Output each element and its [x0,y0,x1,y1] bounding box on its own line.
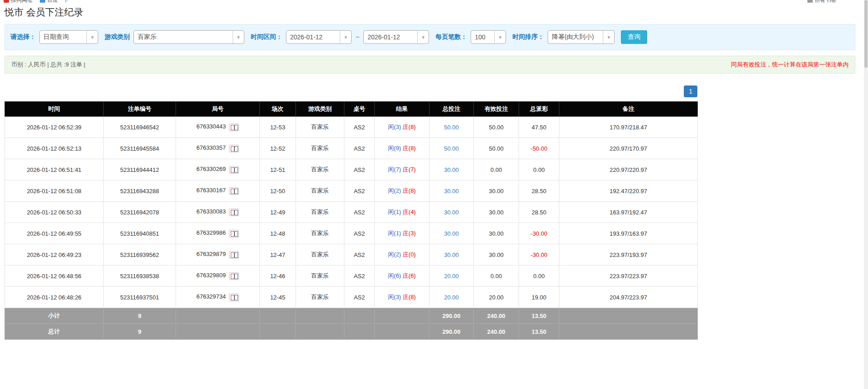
table-number-cell: AS2 [344,180,375,202]
bet-time-cell: 2026-01-12 06:51:08 [5,180,104,202]
session-cell: 12-48 [260,223,296,244]
bookmark-favicon-icon [4,0,9,3]
bet-id-cell: 523116942078 [104,202,176,223]
total-bet-link[interactable]: 30.00 [444,230,459,237]
round-result-image-icon[interactable] [229,187,239,195]
bet-id-cell: 523116943288 [104,180,176,202]
total-bet-cell: 30.00 [429,180,474,202]
records-section: 1 时间注单编号局号场次游戏类别桌号结果总投注有效投注总派彩备注 2026-01… [5,85,697,340]
round-cell: 676329734 [176,287,260,308]
subtotal-row-empty [296,308,344,324]
subtotal-row-empty [559,308,698,324]
total-row-empty [296,324,344,340]
round-result-image-icon[interactable] [229,294,239,301]
session-cell: 12-45 [260,287,296,308]
game-type-value: 百家乐 [134,33,233,41]
total-bet-link[interactable]: 20.00 [444,273,459,280]
date-to-select[interactable]: 2026-01-12 ▾ [363,30,429,44]
result-banker: 庄(7) [403,166,416,173]
session-cell: 12-49 [260,202,296,223]
game-type-cell: 百家乐 [296,223,344,244]
table-body: 2026-01-12 06:52:39523116946542676330443… [5,117,698,308]
valid-bet-cell: 0.00 [474,266,519,287]
result-player: 闲(2) [388,187,401,194]
total-bet-link[interactable]: 50.00 [444,124,459,131]
query-type-select[interactable]: 日期查询 ▾ [39,30,98,44]
all-bookmarks-button[interactable]: 所有书签 [807,0,836,4]
total-bet-link[interactable]: 30.00 [444,166,459,173]
round-result-image-icon[interactable] [229,251,239,259]
round-result-image-icon[interactable] [229,209,239,216]
total-bet-link[interactable]: 20.00 [444,294,459,301]
bet-time-cell: 2026-01-12 06:49:23 [5,244,104,266]
column-header: 总投注 [429,102,474,117]
table-header-row: 时间注单编号局号场次游戏类别桌号结果总投注有效投注总派彩备注 [5,102,698,117]
per-page-select[interactable]: 100 ▾ [471,30,506,44]
table-number-cell: AS2 [344,223,375,244]
total-row-label: 总计 [5,324,104,340]
filter-label-per-page: 每页笔数： [435,33,467,41]
scrollbar-thumb[interactable] [864,0,868,68]
table-number-cell: AS2 [344,287,375,308]
result-player: 闲(2) [388,251,401,258]
total-bet-cell: 30.00 [429,244,474,266]
bet-id-cell: 523116939562 [104,244,176,266]
result-cell: 闲(2) 庄(0) [375,244,429,266]
column-header: 有效投注 [474,102,519,117]
per-page-value: 100 [471,33,494,41]
round-cell: 676330443 [176,117,260,138]
query-button[interactable]: 查询 [621,30,647,44]
currency-total-summary: 币别 : 人民币 | 总共 :9 注单 | [11,61,86,69]
range-tilde: ~ [356,33,359,41]
page-button-1[interactable]: 1 [684,85,697,97]
result-banker: 庄(4) [403,209,416,215]
column-header: 桌号 [344,102,375,117]
total-bet-link[interactable]: 30.00 [444,209,459,216]
total-bet-link[interactable]: 30.00 [444,188,459,194]
payout-cell: 0.00 [519,266,559,287]
subtotal-row-label: 小计 [5,308,104,324]
total-bet-cell: 50.00 [429,138,474,159]
valid-bet-cell: 0.00 [474,159,519,180]
round-result-image-icon[interactable] [229,230,239,237]
result-cell: 闲(7) 庄(7) [375,159,429,180]
note-cell: 223.97/193.97 [559,244,698,266]
total-bet-link[interactable]: 50.00 [444,145,459,152]
table-number-cell: AS2 [344,266,375,287]
total-bet-link[interactable]: 30.00 [444,251,459,258]
total-bet-cell: 50.00 [429,117,474,138]
table-footer: 小计9290.00240.0013.50总计9290.00240.0013.50 [5,308,698,340]
game-type-select[interactable]: 百家乐 ▾ [134,30,244,44]
summary-bar: 币别 : 人民币 | 总共 :9 注单 | 同局有效投注，统一计算在该局第一张注… [5,56,855,74]
bet-records-table: 时间注单编号局号场次游戏类别桌号结果总投注有效投注总派彩备注 2026-01-1… [5,101,698,340]
round-result-image-icon[interactable] [229,145,239,152]
game-type-cell: 百家乐 [296,117,344,138]
valid-bet-cell: 50.00 [474,138,519,159]
table-row: 2026-01-12 06:52:13523116945584676330357… [5,138,698,159]
time-sort-select[interactable]: 降幂(由大到小) ▾ [548,30,615,44]
round-result-image-icon[interactable] [229,166,239,174]
note-cell: 193.97/163.97 [559,223,698,244]
round-result-image-icon[interactable] [229,123,239,131]
filter-label-sort: 时间排序： [512,33,544,41]
filter-label-time-range: 时间区间： [251,33,282,41]
bet-id-cell: 523116940851 [104,223,176,244]
payout-cell: 28.50 [519,180,559,202]
chevron-down-icon: ▾ [340,31,351,43]
total-row-count: 9 [104,324,176,340]
bookmark-item[interactable]: 百度一下 [40,0,69,4]
bookmark-item[interactable]: 搜狗网址 [4,0,33,4]
valid-bet-cell: 50.00 [474,117,519,138]
column-header: 游戏类别 [296,102,344,117]
date-from-select[interactable]: 2026-01-12 ▾ [286,30,352,44]
scrollbar[interactable] [864,0,868,389]
result-cell: 闲(2) 庄(8) [375,180,429,202]
date-from-value: 2026-01-12 [286,33,340,41]
valid-bet-cell: 30.00 [474,244,519,266]
round-cell: 676329809 [176,266,260,287]
bet-time-cell: 2026-01-12 06:52:13 [5,138,104,159]
round-cell: 676329879 [176,244,260,266]
result-banker: 庄(3) [403,230,416,237]
payout-cell: 0.00 [519,159,559,180]
round-result-image-icon[interactable] [229,272,239,280]
